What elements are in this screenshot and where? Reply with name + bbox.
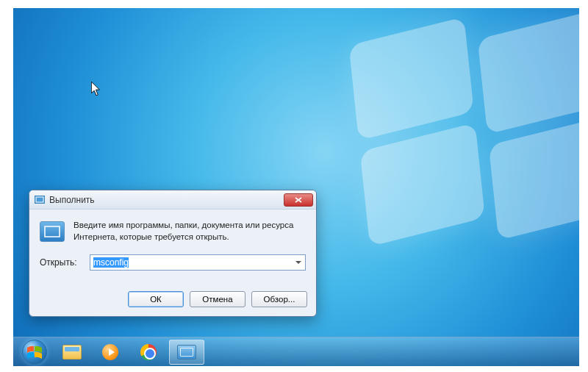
run-dialog: Выполнить Введите имя программы, папки, … [29, 190, 317, 317]
open-label: Открыть: [40, 257, 82, 268]
titlebar[interactable]: Выполнить [29, 190, 316, 210]
taskbar-item-media-player[interactable] [93, 340, 128, 365]
start-button[interactable] [16, 337, 53, 367]
close-button[interactable] [284, 193, 313, 207]
browse-button[interactable]: Обзор... [251, 291, 307, 307]
desktop[interactable]: Выполнить Введите имя программы, папки, … [13, 8, 579, 366]
taskbar-item-run[interactable] [169, 340, 204, 365]
cancel-button[interactable]: Отмена [190, 291, 245, 307]
run-taskbar-icon [177, 345, 196, 360]
dialog-description: Введите имя программы, папки, документа … [74, 220, 306, 243]
chevron-down-icon[interactable] [293, 257, 304, 269]
mouse-cursor [91, 82, 101, 96]
dialog-title: Выполнить [49, 195, 284, 205]
run-icon [34, 194, 46, 206]
taskbar [13, 337, 579, 366]
open-input[interactable] [92, 256, 292, 269]
windows-flag-wallpaper [348, 10, 579, 257]
open-combobox[interactable] [90, 254, 306, 271]
ok-label: ОК [150, 295, 162, 304]
run-large-icon [40, 221, 65, 242]
taskbar-item-explorer[interactable] [54, 340, 90, 365]
browse-label: Обзор... [264, 295, 295, 304]
explorer-icon [62, 345, 82, 360]
svg-rect-2 [45, 226, 60, 237]
ok-button[interactable]: ОК [128, 291, 184, 307]
chrome-icon [140, 344, 157, 360]
taskbar-item-chrome[interactable] [131, 340, 166, 365]
cancel-label: Отмена [202, 295, 232, 304]
media-player-icon [102, 344, 118, 360]
close-icon [295, 197, 302, 203]
start-orb-icon [22, 340, 47, 365]
